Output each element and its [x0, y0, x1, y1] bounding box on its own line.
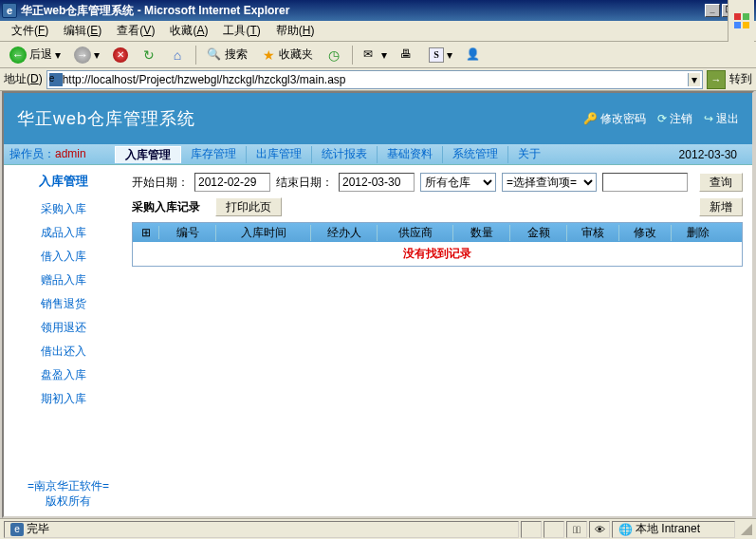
messenger-icon: 👤	[466, 47, 481, 63]
mail-button[interactable]: ✉▾	[358, 45, 393, 65]
side-item-purchase[interactable]: 采购入库	[8, 197, 119, 221]
toolbar: ← 后退 ▾ → ▾ ✕ ↻ ⌂ 🔍搜索 ★收藏夹 ◷ ✉▾ 🖶 S▾ 👤	[0, 42, 756, 68]
sidebar-copyright: =南京华正软件= 版权所有	[11, 478, 125, 509]
status-popup-icon[interactable]: ☰⃠	[566, 521, 587, 538]
side-item-borrowin[interactable]: 借入入库	[8, 245, 119, 269]
menu-edit[interactable]: 编辑(E)	[56, 21, 109, 41]
mail-icon: ✉	[363, 47, 378, 63]
history-button[interactable]: ◷	[321, 45, 347, 65]
side-item-gift[interactable]: 赠品入库	[8, 269, 119, 292]
nav-stock[interactable]: 库存管理	[181, 146, 247, 163]
logout-link[interactable]: ⟳注销	[657, 111, 692, 127]
end-date-label: 结束日期：	[276, 175, 333, 191]
refresh-icon: ⟳	[657, 112, 667, 125]
svg-rect-0	[734, 13, 741, 20]
edit-icon: S	[429, 47, 444, 63]
add-button[interactable]: 新增	[699, 197, 743, 216]
nav-basedata[interactable]: 基础资料	[378, 146, 443, 163]
search-icon: 🔍	[207, 47, 222, 63]
back-label: 后退	[29, 46, 52, 63]
print-page-button[interactable]: 打印此页	[215, 197, 282, 216]
keyword-input[interactable]	[602, 173, 688, 192]
star-icon: ★	[261, 47, 276, 63]
app-title: 华正web仓库管理系统	[17, 107, 195, 130]
current-date: 2012-03-30	[679, 148, 747, 161]
address-dropdown-icon[interactable]: ▾	[688, 73, 700, 86]
side-item-finished[interactable]: 成品入库	[8, 221, 119, 245]
col-qty[interactable]: 数量	[453, 225, 510, 241]
home-button[interactable]: ⌂	[164, 45, 191, 65]
popup-blocker-icon: ☰⃠	[573, 524, 581, 535]
search-button[interactable]: 🔍搜索	[201, 44, 253, 65]
query-field-select[interactable]: =选择查询项=	[502, 173, 597, 192]
home-icon: ⌂	[170, 47, 185, 63]
side-item-lendreturn[interactable]: 借出还入	[8, 340, 119, 363]
col-expand[interactable]: ⊞	[133, 226, 159, 239]
eye-icon: 👁	[595, 524, 605, 535]
resize-grip[interactable]	[741, 524, 752, 535]
col-modify[interactable]: 修改	[619, 225, 672, 241]
nav-inbound[interactable]: 入库管理	[115, 146, 181, 163]
side-item-initial[interactable]: 期初入库	[8, 387, 119, 411]
operator-info: 操作员：admin	[9, 146, 86, 162]
side-item-usereturn[interactable]: 领用退还	[8, 316, 119, 340]
records-grid: ⊞ 编号 入库时间 经办人 供应商 数量 金额 审核 修改 删除 没有找到记录	[132, 222, 743, 267]
grid-header: ⊞ 编号 入库时间 经办人 供应商 数量 金额 审核 修改 删除	[133, 223, 742, 242]
dropdown-icon: ▾	[94, 48, 100, 62]
nav-about[interactable]: 关于	[508, 146, 550, 163]
history-icon: ◷	[326, 47, 341, 63]
col-id[interactable]: 编号	[159, 225, 216, 241]
col-time[interactable]: 入库时间	[216, 225, 311, 241]
exit-link[interactable]: ↪退出	[704, 111, 739, 127]
menu-tools[interactable]: 工具(T)	[215, 21, 267, 41]
sidebar-title: 入库管理	[8, 173, 119, 190]
side-item-salesreturn[interactable]: 销售退货	[8, 292, 119, 316]
app-header: 华正web仓库管理系统 🔑修改密码 ⟳注销 ↪退出	[4, 93, 752, 144]
print-button[interactable]: 🖶	[395, 45, 421, 65]
search-button[interactable]: 查询	[699, 173, 743, 192]
nav-outbound[interactable]: 出库管理	[247, 146, 312, 163]
address-input-wrapper[interactable]: e ▾	[46, 70, 703, 89]
address-input[interactable]	[63, 73, 688, 86]
status-zone: 🌐 本地 Intranet	[612, 521, 735, 538]
dropdown-icon: ▾	[381, 48, 387, 62]
status-done: e 完毕	[4, 521, 519, 538]
nav-band: 操作员：admin 入库管理 库存管理 出库管理 统计报表 基础资料 系统管理 …	[4, 144, 752, 165]
svg-rect-3	[743, 22, 749, 28]
start-date-label: 开始日期：	[132, 175, 189, 191]
top-nav: 入库管理 库存管理 出库管理 统计报表 基础资料 系统管理 关于	[115, 146, 550, 163]
menu-favorites[interactable]: 收藏(A)	[162, 21, 215, 41]
refresh-button[interactable]: ↻	[136, 45, 162, 65]
status-privacy-icon[interactable]: 👁	[589, 521, 610, 538]
end-date-input[interactable]	[339, 173, 415, 192]
go-button[interactable]: →	[707, 70, 726, 89]
forward-button[interactable]: → ▾	[68, 44, 105, 66]
print-icon: 🖶	[400, 47, 415, 63]
exit-icon: ↪	[704, 112, 713, 125]
menu-file[interactable]: 文件(F)	[4, 21, 56, 41]
favorites-label: 收藏夹	[279, 46, 313, 63]
status-slot-2	[544, 521, 564, 538]
col-supplier[interactable]: 供应商	[378, 225, 453, 241]
stop-button[interactable]: ✕	[107, 45, 134, 65]
status-slot-1	[521, 521, 542, 538]
edit-button[interactable]: S▾	[423, 45, 458, 65]
section-title: 采购入库记录	[132, 199, 200, 215]
back-button[interactable]: ← 后退 ▾	[4, 44, 66, 66]
nav-system[interactable]: 系统管理	[443, 146, 508, 163]
messenger-button[interactable]: 👤	[460, 45, 487, 65]
menu-view[interactable]: 查看(V)	[109, 21, 162, 41]
start-date-input[interactable]	[194, 173, 270, 192]
minimize-button[interactable]: _	[705, 4, 720, 17]
side-item-surplus[interactable]: 盘盈入库	[8, 363, 119, 387]
col-audit[interactable]: 审核	[567, 225, 619, 241]
nav-reports[interactable]: 统计报表	[312, 146, 378, 163]
menu-help[interactable]: 帮助(H)	[268, 21, 323, 41]
favorites-button[interactable]: ★收藏夹	[255, 44, 319, 65]
col-amount[interactable]: 金额	[510, 225, 567, 241]
refresh-icon: ↻	[141, 47, 157, 63]
change-password-link[interactable]: 🔑修改密码	[583, 111, 646, 127]
col-delete[interactable]: 删除	[672, 225, 724, 241]
col-operator[interactable]: 经办人	[311, 225, 378, 241]
warehouse-select[interactable]: 所有仓库	[420, 173, 496, 192]
